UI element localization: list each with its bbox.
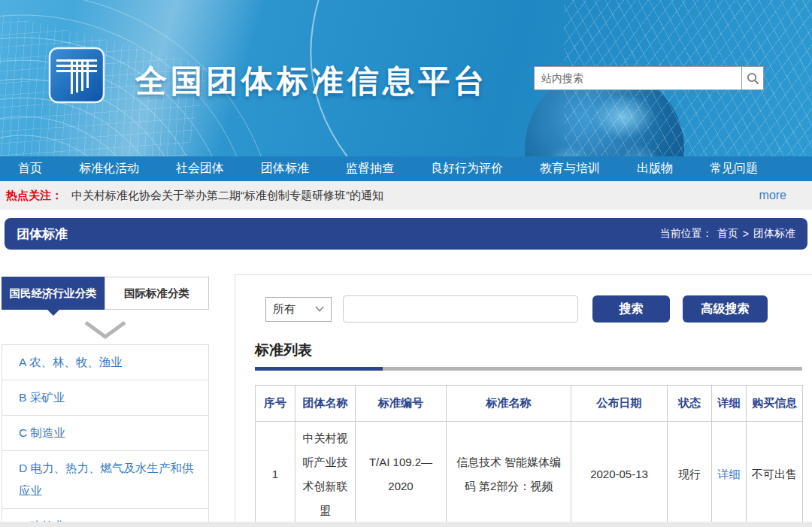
keyword-input[interactable] xyxy=(343,295,578,323)
nav-item-standardization-activities[interactable]: 标准化活动 xyxy=(79,161,139,177)
detail-link[interactable]: 详细 xyxy=(718,468,741,480)
hot-news-link[interactable]: 中关村标准化协会关于举办第二期“标准创制专题研修班”的通知 xyxy=(71,189,383,203)
standard-list-title: 标准列表 xyxy=(255,341,812,360)
select-chevron-icon xyxy=(315,306,324,312)
cell-date: 2020-05-13 xyxy=(571,422,668,527)
section-title: 团体标准 xyxy=(17,226,68,243)
tab-national-economy-classification[interactable]: 国民经济行业分类 xyxy=(2,277,105,310)
main-nav: 首页 标准化活动 社会团体 团体标准 监督抽查 良好行为评价 教育与培训 出版物… xyxy=(0,156,812,181)
site-search xyxy=(534,66,764,90)
category-list: A 农、林、牧、渔业 B 采矿业 C 制造业 D 电力、热力、燃气及水生产和供应… xyxy=(2,344,209,527)
hot-topics-bar: 热点关注： 中关村标准化协会关于举办第二期“标准创制专题研修班”的通知 more xyxy=(0,181,812,210)
category-item-c[interactable]: C 制造业 xyxy=(2,416,208,451)
nav-item-good-behavior[interactable]: 良好行为评价 xyxy=(431,161,503,177)
cell-detail: 详细 xyxy=(712,422,747,527)
category-select-value: 所有 xyxy=(273,302,315,317)
col-header-name: 标准名称 xyxy=(447,386,571,422)
category-item-d[interactable]: D 电力、热力、燃气及水生产和供应业 xyxy=(2,451,208,509)
site-search-button[interactable] xyxy=(741,66,764,90)
col-header-detail: 详细 xyxy=(712,386,747,422)
hot-topics-label: 热点关注： xyxy=(6,189,62,203)
cell-org: 中关村视听产业技术创新联盟 xyxy=(295,422,356,527)
site-search-input[interactable] xyxy=(534,66,741,90)
standards-table: 序号 团体名称 标准编号 标准名称 公布日期 状态 详细 购买信息 1 中关村视… xyxy=(255,385,803,527)
chevron-down-icon xyxy=(83,320,127,340)
category-item-b[interactable]: B 采矿业 xyxy=(2,380,208,416)
table-row: 1 中关村视听产业技术创新联盟 T/AI 109.2—2020 信息技术 智能媒… xyxy=(256,422,803,527)
category-select[interactable]: 所有 xyxy=(265,297,332,322)
cell-no: 1 xyxy=(256,422,295,527)
nav-item-home[interactable]: 首页 xyxy=(18,161,42,177)
main-panel: 所有 搜索 高级搜索 标准列表 序号 团体名称 标准编号 xyxy=(235,274,812,527)
tab-label: 国民经济行业分类 xyxy=(10,286,97,301)
col-header-org: 团体名称 xyxy=(295,386,356,422)
breadcrumb: 当前位置： 首页 > 团体标准 xyxy=(660,227,795,241)
site-title: 全国团体标准信息平台 xyxy=(135,60,489,102)
breadcrumb-separator: > xyxy=(743,228,749,240)
table-header-row: 序号 团体名称 标准编号 标准名称 公布日期 状态 详细 购买信息 xyxy=(256,386,803,422)
nav-item-group-standards[interactable]: 团体标准 xyxy=(261,161,309,177)
cell-name: 信息技术 智能媒体编码 第2部分：视频 xyxy=(447,422,571,527)
nav-item-social-groups[interactable]: 社会团体 xyxy=(176,161,224,177)
tab-international-standard-classification[interactable]: 国际标准分类 xyxy=(105,277,209,310)
section-bar: 团体标准 当前位置： 首页 > 团体标准 xyxy=(5,218,807,250)
bottom-strip xyxy=(0,522,812,527)
advanced-search-button[interactable]: 高级搜索 xyxy=(683,295,768,323)
cell-code: T/AI 109.2—2020 xyxy=(356,422,447,527)
more-link[interactable]: more xyxy=(759,189,786,202)
title-underline-accent xyxy=(255,367,383,371)
col-header-date: 公布日期 xyxy=(571,386,668,422)
category-tabs: 国民经济行业分类 国际标准分类 xyxy=(2,277,209,310)
search-button[interactable]: 搜索 xyxy=(592,295,670,323)
nav-item-supervision[interactable]: 监督抽查 xyxy=(346,161,394,177)
cell-status: 现行 xyxy=(668,422,712,527)
col-header-purchase: 购买信息 xyxy=(747,386,803,422)
page: 全国团体标准信息平台 首页 标准化活动 社会团体 团体标准 监督抽查 良好行为评… xyxy=(0,0,812,527)
cell-purchase: 不可出售 xyxy=(747,422,803,527)
nav-item-publications[interactable]: 出版物 xyxy=(637,161,673,177)
nav-item-faq[interactable]: 常见问题 xyxy=(710,161,758,177)
category-sidebar: 国民经济行业分类 国际标准分类 A 农、林、牧、渔业 B 采矿业 C 制造业 D… xyxy=(2,277,209,527)
col-header-code: 标准编号 xyxy=(356,386,447,422)
header-banner: 全国团体标准信息平台 xyxy=(0,0,812,156)
filter-row: 所有 搜索 高级搜索 xyxy=(265,295,812,323)
nav-item-education-training[interactable]: 教育与培训 xyxy=(540,161,600,177)
breadcrumb-current: 团体标准 xyxy=(753,227,795,241)
breadcrumb-prefix: 当前位置： xyxy=(660,227,713,241)
col-header-no: 序号 xyxy=(256,386,295,422)
magnifier-icon xyxy=(747,72,759,85)
title-underline xyxy=(255,367,802,371)
platform-logo-icon[interactable] xyxy=(48,47,105,104)
tab-label: 国际标准分类 xyxy=(124,286,189,301)
col-header-status: 状态 xyxy=(668,386,712,422)
breadcrumb-home-link[interactable]: 首页 xyxy=(717,227,738,241)
category-item-a[interactable]: A 农、林、牧、渔业 xyxy=(2,345,208,380)
